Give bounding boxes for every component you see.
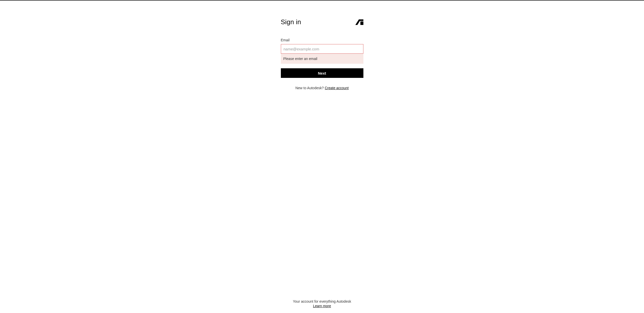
signin-header: Sign in (281, 18, 363, 26)
signup-prompt: New to Autodesk? Create account (281, 86, 363, 90)
email-field[interactable] (281, 44, 363, 54)
email-error-message: Please enter an email (281, 54, 363, 64)
next-button[interactable]: Next (281, 68, 363, 78)
email-label: Email (281, 38, 363, 42)
create-account-link[interactable]: Create account (325, 86, 349, 90)
signup-prompt-text: New to Autodesk? (295, 86, 325, 90)
page-title: Sign in (281, 18, 301, 26)
footer-tagline: Your account for everything Autodesk (0, 299, 644, 303)
autodesk-logo-icon (355, 19, 363, 25)
learn-more-link[interactable]: Learn more (313, 304, 331, 308)
signin-form: Sign in Email Please enter an email Next… (281, 18, 363, 90)
footer: Your account for everything Autodesk Lea… (0, 299, 644, 308)
